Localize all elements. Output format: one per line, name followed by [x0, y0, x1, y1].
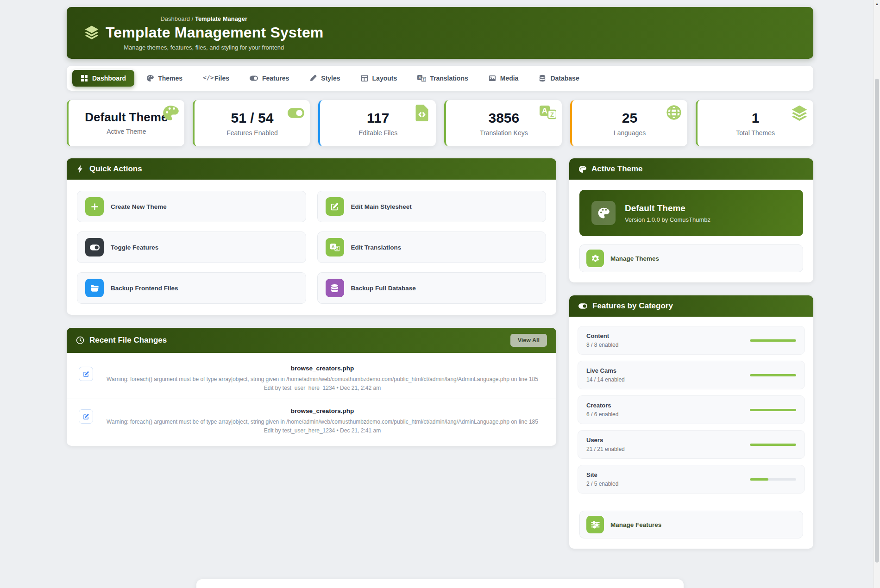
stat-label: Languages [577, 129, 683, 137]
nav-label: Features [262, 75, 289, 82]
main-navigation: Dashboard Themes </> Files Features Styl… [67, 66, 813, 91]
toggle-icon [578, 303, 587, 309]
history-clock-icon [76, 336, 84, 344]
manage-themes-button[interactable]: Manage Themes [579, 244, 803, 272]
feature-category-row: Site 2 / 5 enabled [578, 465, 805, 494]
feature-category-row: Content 8 / 8 enabled [578, 326, 805, 355]
action-label: Toggle Features [111, 244, 158, 251]
layout-icon [361, 75, 368, 82]
nav-item-media[interactable]: Media [480, 70, 527, 87]
gear-icon [586, 250, 604, 267]
edit-icon [83, 371, 89, 377]
page-title: Template Management System [106, 24, 324, 41]
svg-text:Z: Z [336, 246, 338, 250]
progress-bar [750, 339, 796, 342]
nav-label: Database [550, 75, 579, 82]
nav-item-features[interactable]: Features [241, 70, 297, 87]
translate-icon: AZ [417, 75, 426, 82]
stat-card-active-theme: Default Theme Active Theme [67, 100, 184, 146]
svg-text:Z: Z [423, 78, 425, 81]
nav-label: Dashboard [92, 75, 126, 82]
stat-card-languages: 25 Languages [570, 100, 688, 146]
manage-themes-label: Manage Themes [610, 255, 659, 262]
svg-text:A: A [331, 244, 334, 249]
stat-card-translation-keys: AZ 3856 Translation Keys [444, 100, 562, 146]
panel-title: Active Theme [591, 164, 643, 174]
svg-text:Z: Z [550, 111, 554, 118]
image-icon [489, 75, 496, 82]
palette-icon [591, 201, 616, 225]
edit-icon [326, 197, 344, 216]
breadcrumb-current: Template Manager [195, 15, 247, 22]
nav-item-styles[interactable]: Styles [301, 70, 348, 87]
breadcrumb-separator: / [192, 15, 194, 22]
quick-actions-panel: Quick Actions Create New Theme Edit Main… [67, 158, 556, 315]
stat-label: Features Enabled [199, 129, 306, 137]
active-theme-panel: Active Theme Default Theme Version 1.0.0… [569, 158, 813, 282]
edit-file-button[interactable] [79, 367, 93, 381]
category-stat: 14 / 14 enabled [586, 376, 625, 383]
nav-item-files[interactable]: </> Files [195, 70, 238, 87]
feature-category-row: Live Cams 14 / 14 enabled [578, 361, 805, 389]
file-change-item: browse_creators.php Warning: foreach() a… [67, 399, 556, 441]
category-name: Content [586, 332, 618, 339]
nav-item-translations[interactable]: AZ Translations [409, 70, 476, 87]
category-name: Users [586, 437, 625, 444]
edit-icon [83, 413, 89, 420]
hero-banner: Dashboard / Template Manager Template Ma… [67, 7, 813, 59]
database-icon [539, 75, 546, 82]
active-theme-meta: Version 1.0.0 by ComusThumbz [625, 216, 710, 223]
page: Dashboard / Template Manager Template Ma… [67, 0, 813, 588]
edit-main-stylesheet-button[interactable]: Edit Main Stylesheet [317, 191, 547, 222]
category-name: Live Cams [586, 367, 625, 374]
file-change-item: browse_creators.php Warning: foreach() a… [67, 357, 556, 399]
create-new-theme-button[interactable]: Create New Theme [77, 191, 306, 222]
layers-icon [84, 25, 99, 40]
backup-full-database-button[interactable]: Backup Full Database [317, 272, 547, 304]
toggle-icon [250, 75, 258, 81]
brush-icon [309, 75, 317, 82]
nav-item-themes[interactable]: Themes [138, 70, 191, 87]
nav-item-layouts[interactable]: Layouts [352, 70, 406, 87]
category-stat: 2 / 5 enabled [586, 481, 618, 487]
sliders-icon [586, 516, 604, 533]
dashboard-grid-icon [81, 75, 88, 82]
nav-item-database[interactable]: Database [530, 70, 587, 87]
edit-file-button[interactable] [79, 409, 93, 424]
category-name: Site [586, 471, 618, 478]
scrollbar-thumb[interactable] [875, 79, 879, 563]
breadcrumb-root[interactable]: Dashboard [160, 15, 190, 22]
progress-bar [750, 478, 796, 481]
backup-frontend-files-button[interactable]: Backup Frontend Files [77, 272, 306, 304]
stat-label: Active Theme [73, 128, 180, 135]
changed-file-name: browse_creators.php [101, 407, 544, 414]
toggle-features-button[interactable]: Toggle Features [77, 231, 306, 263]
change-detail: Warning: foreach() argument must be of t… [106, 375, 539, 392]
stat-card-total-themes: 1 Total Themes [696, 100, 813, 146]
stat-card-features-enabled: 51 / 54 Features Enabled [193, 100, 310, 146]
scrollbar[interactable]: ▲ [874, 0, 880, 588]
edit-translations-button[interactable]: AZ Edit Translations [317, 231, 547, 263]
code-icon: </> [203, 75, 210, 82]
scroll-up-button[interactable]: ▲ [874, 0, 880, 7]
manage-features-button[interactable]: Manage Features [579, 511, 803, 538]
action-label: Backup Full Database [351, 285, 416, 292]
toggle-icon [85, 238, 104, 256]
translate-icon: AZ [326, 238, 344, 256]
plus-icon [85, 197, 104, 216]
globe-icon [666, 105, 682, 122]
panel-title: Recent File Changes [89, 336, 167, 345]
active-theme-name: Default Theme [625, 203, 710, 213]
nav-item-dashboard[interactable]: Dashboard [72, 70, 134, 87]
view-all-button[interactable]: View All [510, 334, 547, 347]
svg-text:A: A [542, 106, 547, 115]
features-by-category-panel: Features by Category Content 8 / 8 enabl… [569, 295, 813, 549]
progress-bar [750, 444, 796, 446]
folder-icon [85, 279, 104, 297]
database-icon [326, 279, 344, 297]
category-name: Creators [586, 402, 618, 409]
translate-icon: AZ [540, 105, 556, 119]
svg-text:A: A [419, 75, 421, 80]
action-label: Edit Main Stylesheet [351, 203, 412, 210]
progress-bar [750, 374, 796, 376]
